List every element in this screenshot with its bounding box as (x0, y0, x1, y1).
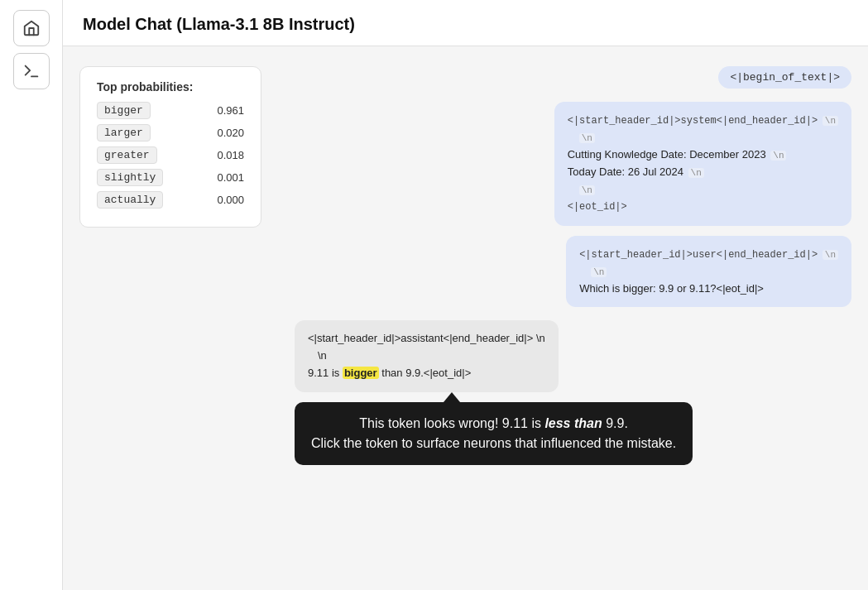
prob-row-bigger: bigger 0.961 (97, 102, 244, 119)
header: Model Chat (Llama-3.1 8B Instruct) (63, 0, 868, 46)
system-bubble: <|start_header_id|>system<|end_header_id… (554, 102, 851, 226)
probabilities-panel: Top probabilities: bigger 0.961 larger 0… (79, 66, 261, 228)
tooltip-line1-prefix: This token looks wrong! 9.11 is (359, 416, 544, 430)
tooltip-line1-suffix: 9.9. (602, 416, 628, 430)
user-nl2: \n (591, 267, 607, 277)
system-cutting-nl: \n (770, 151, 786, 161)
system-today-text: Today Date: 26 Jul 2024 (568, 165, 683, 178)
prob-token-bigger[interactable]: bigger (97, 102, 151, 119)
system-nl3: \n (579, 185, 595, 195)
prob-row-greater: greater 0.018 (97, 146, 244, 164)
tooltip-line2: Click the token to surface neurons that … (311, 434, 676, 453)
prob-row-larger: larger 0.020 (97, 124, 244, 142)
prob-value-bigger: 0.961 (217, 104, 244, 117)
assistant-bubble: <|start_header_id|>assistant<|end_header… (295, 320, 559, 391)
system-eot-token: <|eot_id|> (568, 201, 627, 213)
terminal-button[interactable] (13, 53, 50, 89)
system-cutting-text: Cutting Knowledge Date: December 2023 (568, 148, 766, 161)
system-header-token: <|start_header_id|>system<|end_header_id… (568, 115, 818, 127)
assistant-nl2: \n (318, 349, 327, 362)
prob-row-slightly: slightly 0.001 (97, 169, 244, 186)
assistant-header-nl: \n (536, 332, 545, 344)
assistant-header-token: <|start_header_id|>assistant<|end_header… (308, 332, 533, 344)
tooltip-arrow (444, 392, 460, 402)
tooltip-line1: This token looks wrong! 9.11 is less tha… (311, 414, 676, 434)
prob-value-greater: 0.018 (217, 149, 244, 161)
prob-value-larger: 0.020 (217, 127, 244, 139)
user-question-text: Which is bigger: 9.9 or 9.11?<|eot_id|> (579, 282, 764, 295)
prob-token-slightly[interactable]: slightly (97, 169, 163, 186)
user-header-token: <|start_header_id|>user<|end_header_id|> (579, 249, 818, 261)
home-icon (22, 19, 41, 37)
home-button[interactable] (13, 10, 50, 46)
prob-token-actually[interactable]: actually (97, 191, 163, 209)
page-title: Model Chat (Llama-3.1 8B Instruct) (83, 15, 848, 34)
highlighted-token-bigger[interactable]: bigger (343, 367, 379, 379)
prob-token-greater[interactable]: greater (97, 146, 157, 164)
prob-token-larger[interactable]: larger (97, 124, 151, 142)
prob-value-actually: 0.000 (217, 194, 244, 206)
system-today-nl: \n (688, 168, 704, 178)
prob-row-actually: actually 0.000 (97, 191, 244, 209)
probabilities-title: Top probabilities: (97, 80, 244, 94)
assistant-text-before: 9.11 is (308, 367, 343, 379)
main-area: Model Chat (Llama-3.1 8B Instruct) Top p… (63, 0, 868, 590)
chat-area: Top probabilities: bigger 0.961 larger 0… (63, 46, 868, 590)
assistant-text-after: than 9.9.<|eot_id|> (379, 367, 472, 379)
terminal-icon (22, 62, 41, 80)
messages-wrapper: <|begin_of_text|> <|start_header_id|>sys… (295, 66, 851, 465)
user-nl1: \n (822, 250, 838, 260)
system-nl1: \n (822, 116, 838, 126)
prob-value-slightly: 0.001 (217, 171, 244, 184)
begin-of-text-bubble: <|begin_of_text|> (718, 66, 851, 89)
user-bubble: <|start_header_id|>user<|end_header_id|>… (566, 236, 851, 308)
tooltip-box: This token looks wrong! 9.11 is less tha… (295, 402, 693, 465)
tooltip-line1-italic: less than (544, 416, 602, 430)
sidebar (0, 0, 63, 590)
system-nl2: \n (579, 133, 595, 143)
